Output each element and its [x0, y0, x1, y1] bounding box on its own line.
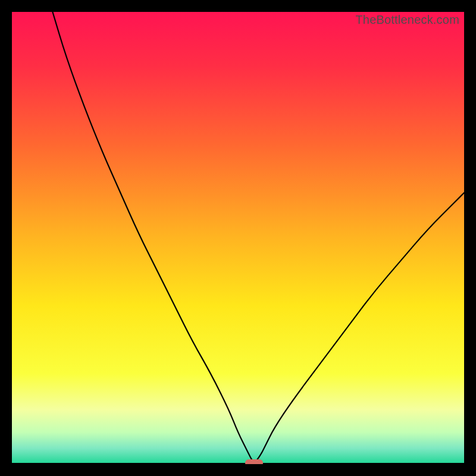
- vertex-marker: [245, 459, 263, 464]
- bottleneck-curve: [12, 12, 464, 464]
- chart-frame: TheBottleneck.com: [0, 0, 476, 476]
- watermark-label: TheBottleneck.com: [355, 13, 459, 27]
- plot-area: TheBottleneck.com: [12, 12, 464, 464]
- x-axis: [12, 463, 464, 464]
